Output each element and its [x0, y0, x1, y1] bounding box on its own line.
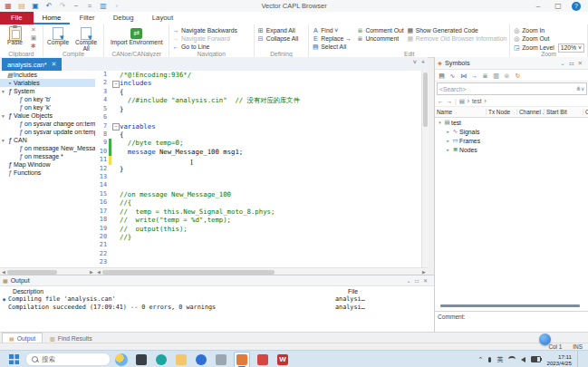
tree-item-system[interactable]: ▾ƒSystem — [0, 87, 95, 95]
code-line[interactable]: 10 message New_Message_100 msg1; — [95, 148, 421, 156]
messages-view-icon[interactable]: ⋈ — [459, 72, 468, 80]
filter-dropdown-icon[interactable]: ˅ — [581, 86, 584, 92]
file-explorer-icon[interactable] — [174, 353, 188, 367]
customize-icon[interactable]: ◦ — [112, 2, 121, 10]
equals-icon[interactable]: = — [85, 2, 94, 10]
tree-item-can[interactable]: ▾ƒCAN — [0, 136, 95, 144]
close-panel-icon[interactable]: ✕ — [421, 278, 429, 284]
code-line[interactable]: 13 — [95, 173, 421, 181]
show-generated-code[interactable]: ▦Show Generated Code — [407, 27, 506, 34]
mic-icon[interactable] — [488, 357, 491, 362]
collapse-all[interactable]: ⊟Collapse All — [257, 35, 299, 43]
minus-icon[interactable]: − — [72, 2, 81, 10]
tree-item-on-key-b-[interactable]: ƒon key 'b' — [0, 95, 95, 103]
code-line[interactable]: 15//on message New_Message_100 — [95, 190, 421, 198]
symbols-tree-item-signals[interactable]: ▸∿Signals — [435, 127, 588, 136]
code-line[interactable]: 5} — [95, 105, 421, 113]
app-dark-icon[interactable] — [134, 353, 149, 367]
code-line[interactable]: 3{ — [95, 88, 421, 96]
code-line[interactable]: 6 — [95, 113, 421, 121]
import-environment-button[interactable]: ⇄ Import Environment — [110, 26, 164, 50]
symbols-tree-item-nodes[interactable]: ▸≣Nodes — [435, 145, 588, 154]
code-line[interactable]: 20//} — [95, 233, 421, 241]
code-line[interactable]: 1/*@!Encoding:936*/ — [95, 71, 421, 79]
code-line[interactable]: 22 — [95, 250, 421, 258]
code-line[interactable]: 7−variables — [95, 122, 421, 130]
chevron-right-icon[interactable]: ▸ — [445, 147, 451, 152]
close-panel-icon[interactable]: ✕ — [576, 60, 584, 66]
breadcrumb-root[interactable]: test — [472, 98, 481, 104]
find[interactable]: AFind ˅ — [312, 27, 353, 34]
task-view-icon[interactable] — [214, 353, 228, 367]
tree-item-on-message-[interactable]: ƒon message * — [0, 152, 95, 160]
tree-item-on-key-k-[interactable]: ƒon key 'k' — [0, 103, 95, 111]
split-view-icon[interactable]: + — [421, 59, 425, 65]
code-line[interactable]: 12} — [95, 165, 421, 173]
zoom-out[interactable]: ◎Zoom Out — [513, 35, 584, 43]
ribbon-tab-layout[interactable]: Layout — [143, 12, 182, 24]
battery-icon[interactable] — [531, 356, 541, 362]
tree-item-value-objects[interactable]: ▾ƒValue Objects — [0, 111, 95, 120]
wifi-icon[interactable] — [508, 356, 516, 362]
nodes-view-icon[interactable]: ≣ — [481, 72, 489, 80]
undo-icon[interactable]: ↶ — [44, 2, 53, 10]
symbols-tree-item-test[interactable]: ▾▤test — [435, 118, 588, 127]
signals-view-icon[interactable]: ∿ — [448, 72, 457, 80]
pin-icon[interactable]: ⚏ — [567, 60, 576, 66]
delete-button[interactable]: ✱ — [30, 43, 37, 50]
document-list-dropdown-icon[interactable]: ˅ — [413, 59, 417, 65]
settings-view-icon[interactable]: ⊜ — [503, 72, 511, 80]
chevron-right-icon[interactable]: ▸ — [445, 129, 451, 134]
database-view-icon[interactable]: ▥ — [492, 72, 500, 80]
code-line[interactable]: 8{ — [95, 130, 421, 139]
cut-button[interactable]: ✕ — [30, 26, 37, 34]
capl-browser-icon[interactable] — [234, 352, 250, 367]
floating-assistant-badge[interactable] — [539, 333, 551, 345]
tree-item-on-message-new-message-[interactable]: ƒon message New_Message_ — [0, 144, 95, 152]
symbols-column-channel-[interactable]: Channel ... — [517, 109, 545, 115]
tree-item-on-sysvar-change-on-temp[interactable]: ƒon sysvar change on:temp — [0, 120, 95, 128]
collapse-region-icon[interactable]: − — [112, 81, 120, 88]
screenshot-icon[interactable]: ▥ — [99, 2, 108, 10]
symbols-tree-item-frames[interactable]: ▸▭Frames — [435, 136, 588, 145]
go-to-line[interactable]: ←Go to Line — [172, 43, 237, 51]
paste-button[interactable]: Paste — [3, 26, 27, 50]
compile-all-button[interactable]: ▼Compile All — [74, 26, 99, 50]
app-red-icon[interactable] — [255, 353, 270, 367]
symbols-column-name[interactable]: Name — [435, 109, 487, 115]
redo-icon[interactable]: ↷ — [58, 2, 67, 10]
code-editor[interactable]: 1/*@!Encoding:936*/2−includes3{4 //#incl… — [95, 71, 421, 267]
forward-view-icon[interactable]: → — [470, 72, 478, 80]
expand-all[interactable]: ⊞Expand All — [257, 27, 299, 34]
tree-item-on-sysvar-update-on-temp[interactable]: ƒon sysvar update on:temp — [0, 128, 95, 136]
breadcrumb-forward-icon[interactable]: → — [447, 98, 453, 104]
symbols-column-start-bit[interactable]: Start Bit — [545, 109, 583, 115]
wps-icon[interactable]: W — [275, 353, 290, 367]
code-line[interactable]: 18// write("temp = %d",temp); — [95, 216, 421, 224]
symbols-search-box[interactable]: <Search> ⋔ ˅ — [437, 82, 587, 95]
code-line[interactable]: 21 — [95, 241, 421, 249]
symbols-column-tx-node[interactable]: Tx Node — [487, 109, 517, 115]
ribbon-tab-filter[interactable]: Filter — [70, 12, 103, 24]
zoom-in[interactable]: ◎Zoom In — [513, 27, 584, 34]
tree-item-variables[interactable]: ▪Variables — [0, 79, 95, 87]
document-tab-close-icon[interactable]: ✕ — [52, 61, 57, 68]
open-file-icon[interactable]: ▤ — [17, 2, 26, 10]
dock-icon[interactable]: ⌄ — [405, 278, 413, 284]
chevron-right-icon[interactable]: ▸ — [445, 138, 451, 143]
pin-icon[interactable]: ⚏ — [413, 278, 421, 284]
save-icon[interactable]: ▣ — [31, 2, 40, 10]
ribbon-tab-debug[interactable]: Debug — [104, 12, 143, 24]
editor-vertical-scrollbar[interactable] — [421, 71, 429, 267]
ribbon-tab-home[interactable]: Home — [34, 12, 71, 24]
select-all[interactable]: ▤Select All — [312, 43, 353, 51]
dock-icon[interactable]: ⌄ — [558, 60, 566, 66]
minimize-button[interactable]: – — [528, 0, 548, 12]
uncomment[interactable]: ≣Uncomment — [356, 35, 403, 43]
fold-marker[interactable]: − — [111, 122, 120, 130]
comment-out[interactable]: ≣Comment Out — [356, 27, 403, 34]
maximize-button[interactable]: ▢ — [548, 0, 568, 12]
code-line[interactable]: 11 — [95, 156, 421, 164]
scrollbar-thumb[interactable] — [102, 270, 275, 275]
code-line[interactable]: 2−includes — [95, 79, 421, 87]
